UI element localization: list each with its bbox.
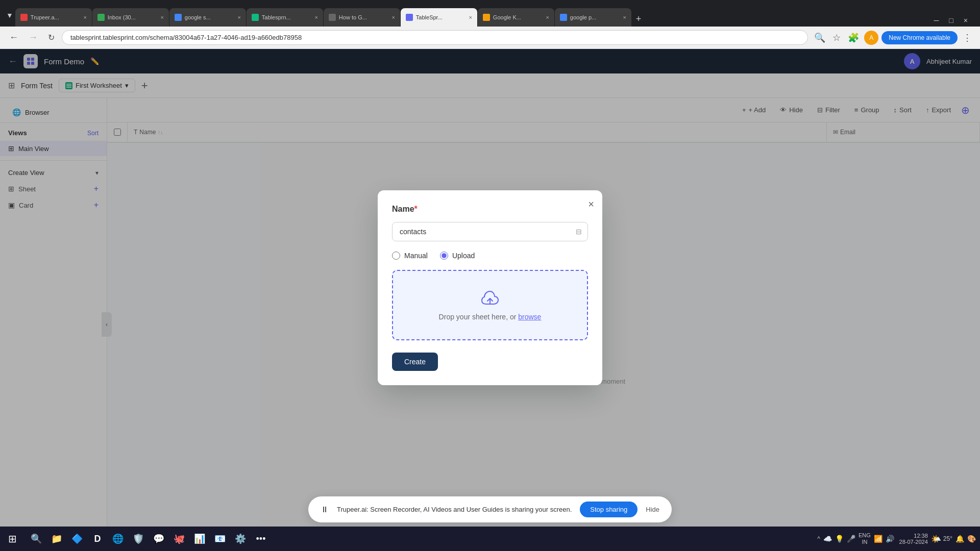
browser-tab-8[interactable]: google p... × (555, 8, 631, 27)
browser-tab-5[interactable]: How to G... × (324, 8, 400, 27)
radio-group: Manual Upload (392, 252, 588, 260)
manual-radio-label[interactable]: Manual (392, 252, 428, 260)
upload-radio-input[interactable] (440, 252, 448, 260)
weather-widget[interactable]: 🌤️ 25° (931, 534, 952, 544)
time-display: 12:38 (914, 533, 928, 539)
name-input-field[interactable] (392, 222, 588, 241)
pause-recording-icon[interactable]: ⏸ (321, 505, 329, 514)
network-icon[interactable]: 📶 (874, 535, 883, 543)
tab-strip: Trupeer.a... × Inbox (30... × google s..… (15, 0, 926, 27)
modal-title: Name* (392, 205, 588, 214)
date-display: 28-07-2024 (899, 539, 928, 545)
refresh-button[interactable]: ↻ (45, 31, 58, 44)
modal-title-text: Name (392, 205, 414, 213)
new-tab-button[interactable]: + (632, 12, 646, 27)
url-bar[interactable]: tablesprint.tablesprint.com/schema/83004… (62, 30, 808, 45)
name-input-wrapper: ⊟ (392, 222, 588, 241)
bookmark-button[interactable]: ☆ (830, 30, 843, 45)
browser-tab-4[interactable]: Tablesprn... × (247, 8, 323, 27)
more-apps-button[interactable]: ••• (252, 530, 270, 548)
outlook-button[interactable]: 📧 (211, 530, 229, 548)
modal-create-button[interactable]: Create (392, 353, 438, 371)
screen-share-bar: ⏸ Trupeer.ai: Screen Recorder, AI Videos… (308, 496, 672, 522)
upload-cloud-icon (480, 289, 500, 308)
profile-avatar-browser[interactable]: A (864, 31, 878, 45)
input-clear-icon[interactable]: ⊟ (576, 228, 582, 236)
system-icon-help[interactable]: 💡 (835, 535, 844, 543)
chrome-update-button[interactable]: New Chrome available (881, 31, 958, 44)
manual-radio-text: Manual (404, 252, 428, 260)
clock-display[interactable]: 12:38 28-07-2024 (897, 533, 928, 545)
toolbar-icons: 🔍 ☆ 🧩 A New Chrome available ⋮ (812, 30, 974, 45)
weather-temp: 25° (943, 535, 952, 542)
system-icon-mic[interactable]: 🎤 (847, 535, 855, 543)
system-icon-cloud[interactable]: ☁️ (823, 535, 832, 543)
browser-tab-3[interactable]: google s... × (169, 8, 246, 27)
close-button[interactable]: × (960, 14, 972, 27)
github-button[interactable]: 🐙 (170, 530, 188, 548)
manual-radio-input[interactable] (392, 252, 400, 260)
screen-share-text: Trupeer.ai: Screen Recorder, AI Videos a… (337, 506, 572, 513)
more-menu-button[interactable]: ⋮ (961, 30, 974, 45)
tab-dropdown[interactable]: ▼ (4, 9, 15, 21)
extensions-button[interactable]: 🧩 (846, 30, 861, 45)
back-nav-button[interactable]: ← (6, 30, 21, 45)
address-bar: ← → ↻ tablesprint.tablesprint.com/schema… (0, 27, 980, 49)
modal-overlay: × Name* ⊟ Manual Upload (0, 49, 980, 527)
windows-start-button[interactable]: ⊞ (4, 531, 21, 547)
browser-tab-7[interactable]: Google K... × (478, 8, 554, 27)
system-tray: ^ ☁️ 💡 🎤 ENG IN 📶 🔊 12:38 28-07-2024 🌤️ … (817, 532, 976, 545)
drop-zone-text: Drop your sheet here, or browse (439, 313, 542, 321)
notification-icon[interactable]: 🔔 (955, 535, 964, 543)
language-indicator: ENG IN (859, 532, 871, 545)
spreadsheet-button[interactable]: 📊 (190, 530, 209, 548)
browser-tab-1[interactable]: Trupeer.a... × (15, 8, 92, 27)
browser-tab-2[interactable]: Inbox (30... × (92, 8, 169, 27)
chrome-taskbar-button[interactable]: 🌐 (109, 530, 127, 548)
edge-browser-button[interactable]: 🔷 (68, 530, 86, 548)
window-controls: ─ □ × (925, 14, 976, 27)
file-drop-zone[interactable]: Drop your sheet here, or browse (392, 270, 588, 340)
search-taskbar-button[interactable]: 🔍 (27, 530, 45, 548)
url-text: tablesprint.tablesprint.com/schema/83004… (70, 34, 799, 41)
volume-icon[interactable]: 🔊 (886, 535, 894, 543)
modal-dialog: × Name* ⊟ Manual Upload (378, 190, 602, 385)
stop-sharing-button[interactable]: Stop sharing (580, 502, 638, 517)
browser-tab-6-active[interactable]: TableSpr... × (401, 8, 477, 27)
browse-link[interactable]: browse (518, 313, 541, 321)
maximize-button[interactable]: □ (945, 14, 957, 27)
antivirus-button[interactable]: 🛡️ (129, 530, 148, 548)
modal-close-button[interactable]: × (588, 198, 594, 210)
taskbar: ⊞ 🔍 📁 🔷 D 🌐 🛡️ 💬 🐙 📊 📧 ⚙️ ••• ^ ☁️ 💡 🎤 E… (0, 527, 980, 551)
dell-button[interactable]: D (88, 530, 107, 548)
upload-radio-text: Upload (452, 252, 475, 260)
chat-button[interactable]: 💬 (150, 530, 168, 548)
weather-icon: 🌤️ (931, 534, 941, 544)
hide-sharing-bar-button[interactable]: Hide (646, 506, 659, 513)
forward-nav-button[interactable]: → (26, 30, 41, 45)
search-icon-button[interactable]: 🔍 (812, 30, 827, 45)
settings-button[interactable]: ⚙️ (231, 530, 250, 548)
upload-radio-label[interactable]: Upload (440, 252, 475, 260)
file-explorer-button[interactable]: 📁 (47, 530, 66, 548)
required-marker: * (414, 205, 418, 213)
tray-expand-button[interactable]: ^ (817, 535, 820, 542)
taskbar-apps: 🔍 📁 🔷 D 🌐 🛡️ 💬 🐙 📊 📧 ⚙️ ••• (23, 530, 815, 548)
browser-chrome: ▼ Trupeer.a... × Inbox (30... × google s… (0, 0, 980, 27)
color-picker-icon[interactable]: 🎨 (967, 535, 976, 543)
minimize-button[interactable]: ─ (929, 14, 943, 27)
